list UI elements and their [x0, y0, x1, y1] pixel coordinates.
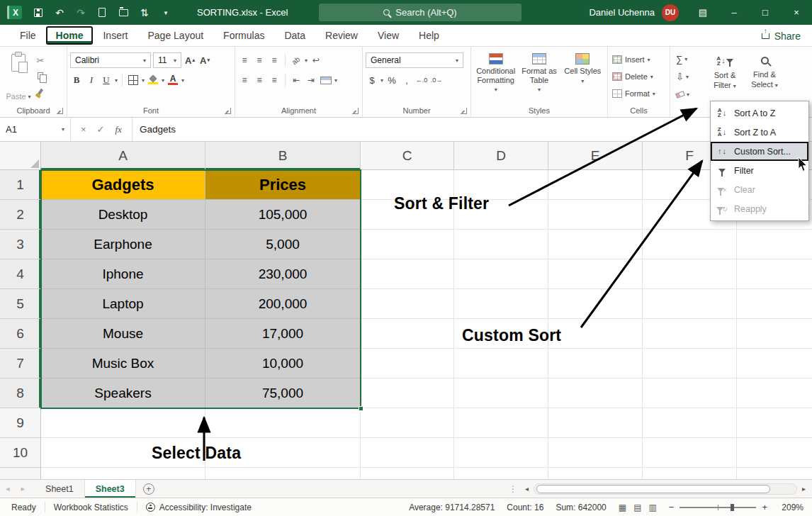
qat-customize-button[interactable]: ▾ [161, 9, 171, 16]
share-button[interactable]: Share [762, 25, 801, 47]
decrease-decimal-button[interactable]: .0→ [430, 72, 443, 88]
scrollbar-thumb[interactable] [536, 485, 770, 493]
user-avatar[interactable]: DU [662, 4, 679, 21]
excel-logo-icon[interactable]: X [7, 6, 22, 19]
row-header-7[interactable]: 7 [0, 349, 40, 378]
zoom-slider-thumb[interactable] [731, 504, 734, 511]
zoom-in-button[interactable]: + [762, 502, 767, 512]
delete-cells-button[interactable]: Delete▾ [611, 68, 667, 85]
scrollbar-grip-icon[interactable]: ⋮ [506, 484, 520, 494]
tab-page-layout[interactable]: Page Layout [137, 25, 213, 46]
row-header-10[interactable]: 10 [0, 438, 40, 468]
tab-insert[interactable]: Insert [93, 25, 137, 46]
merge-center-button[interactable] [320, 72, 332, 88]
menu-item-custom-sort[interactable]: ↑↓Custom Sort... [711, 142, 808, 161]
table-cell[interactable]: 230,000 [205, 259, 361, 289]
sort-filter-button[interactable]: AZ↓ Sort & Filter ▾ [707, 51, 743, 103]
orientation-button[interactable]: ab [290, 52, 303, 68]
paste-button[interactable]: Paste▾ [3, 51, 34, 102]
table-header-cell-prices[interactable]: Prices [205, 170, 361, 200]
scroll-right-icon[interactable]: ▸ [800, 485, 808, 493]
row-header-5[interactable]: 5 [0, 289, 40, 319]
table-header-cell-gadgets[interactable]: Gadgets [41, 170, 205, 200]
new-sheet-button[interactable]: + [136, 480, 162, 498]
column-header-D[interactable]: D [454, 142, 548, 169]
table-cell[interactable]: 200,000 [205, 289, 361, 319]
table-cell[interactable]: 10,000 [205, 349, 361, 378]
row-header-8[interactable]: 8 [0, 378, 40, 408]
minimize-button[interactable]: – [718, 0, 750, 25]
name-box[interactable]: A1▾ [0, 118, 71, 141]
clipboard-dialog-launcher-icon[interactable] [57, 108, 63, 114]
horizontal-scrollbar[interactable]: ⋮ ◂ ▸ [506, 480, 812, 498]
align-right-button[interactable]: ≡ [268, 72, 281, 88]
table-cell[interactable]: Mouse [41, 319, 205, 349]
column-header-E[interactable]: E [548, 142, 643, 169]
find-select-button[interactable]: Find & Select ▾ [747, 51, 782, 103]
table-cell[interactable]: 105,000 [205, 200, 361, 230]
font-size-select[interactable]: 11▾ [153, 52, 181, 68]
increase-indent-button[interactable]: ⇥ [305, 72, 317, 88]
insert-cells-button[interactable]: Insert▾ [611, 51, 667, 68]
cell-styles-button[interactable]: Cell Styles ▾ [561, 51, 604, 93]
wrap-text-button[interactable]: ↩ [310, 52, 322, 68]
page-break-view-icon[interactable]: ▥ [648, 503, 656, 512]
sheet-nav-left-icon[interactable]: ◂ [0, 480, 16, 498]
menu-item-sort-a-to-z[interactable]: AZ↓Sort A to Z [711, 103, 808, 123]
table-cell[interactable]: 17,000 [205, 319, 361, 349]
font-dialog-launcher-icon[interactable] [225, 108, 231, 114]
fill-handle[interactable] [359, 406, 363, 411]
user-name[interactable]: Daniel Uchenna [589, 7, 655, 18]
tab-review[interactable]: Review [315, 25, 368, 46]
select-all-corner[interactable] [0, 142, 41, 170]
font-color-button[interactable]: A [167, 72, 179, 88]
italic-button[interactable]: I [85, 72, 98, 88]
table-cell[interactable]: Speakers [41, 378, 205, 408]
row-header-4[interactable]: 4 [0, 259, 40, 289]
new-file-button[interactable] [97, 8, 107, 17]
copy-button[interactable] [34, 69, 47, 82]
accessibility-status-button[interactable]: Accessibility: Investigate [140, 503, 257, 512]
tab-file[interactable]: File [10, 25, 46, 46]
row-header-1[interactable]: 1 [0, 170, 40, 200]
open-file-button[interactable] [118, 9, 128, 16]
conditional-formatting-button[interactable]: Conditional Formatting ▾ [474, 51, 517, 93]
insert-function-button[interactable]: fx [115, 124, 122, 135]
scrollbar-track[interactable] [534, 483, 797, 495]
font-name-select[interactable]: Calibri▾ [70, 52, 151, 68]
fill-color-button[interactable] [147, 72, 159, 88]
save-button[interactable] [33, 9, 43, 17]
sheet-nav-right-icon[interactable]: ▸ [16, 480, 31, 498]
tab-view[interactable]: View [368, 25, 409, 46]
menu-item-sort-z-to-a[interactable]: ZA↓Sort Z to A [711, 123, 808, 142]
accounting-format-button[interactable]: $ [366, 72, 378, 88]
sheet-tab-sheet1[interactable]: Sheet1 [35, 480, 85, 498]
column-header-C[interactable]: C [361, 142, 454, 169]
row-header-2[interactable]: 2 [0, 200, 40, 230]
cut-button[interactable]: ✂ [34, 54, 47, 67]
table-cell[interactable]: 75,000 [205, 378, 361, 408]
format-as-table-button[interactable]: Format as Table ▾ [517, 51, 560, 93]
formula-input[interactable]: Gadgets [132, 118, 176, 141]
align-middle-button[interactable]: ≡ [253, 52, 266, 68]
fill-button[interactable]: ⇩▾ [676, 69, 703, 85]
increase-decimal-button[interactable]: ←.0 [415, 72, 428, 88]
page-layout-view-icon[interactable]: ▤ [633, 503, 641, 512]
scroll-left-icon[interactable]: ◂ [523, 485, 531, 493]
borders-button[interactable] [127, 72, 140, 88]
tab-home[interactable]: Home [46, 26, 94, 45]
enter-icon[interactable]: ✓ [97, 124, 105, 135]
close-button[interactable]: × [781, 0, 812, 25]
tab-help[interactable]: Help [409, 25, 449, 46]
normal-view-icon[interactable]: ▦ [619, 503, 626, 512]
column-header-B[interactable]: B [205, 142, 361, 169]
table-cell[interactable]: Laptop [41, 289, 205, 319]
clear-button[interactable]: ▾ [676, 86, 703, 103]
decrease-indent-button[interactable]: ⇤ [290, 72, 303, 88]
quick-sort-button[interactable]: ⇅ [140, 7, 150, 18]
redo-button[interactable]: ↷ [76, 7, 86, 18]
table-cell[interactable]: 5,000 [205, 230, 361, 259]
tab-formulas[interactable]: Formulas [213, 25, 274, 46]
sheet-tab-sheet3[interactable]: Sheet3 [85, 480, 136, 498]
zoom-slider[interactable] [680, 507, 756, 508]
